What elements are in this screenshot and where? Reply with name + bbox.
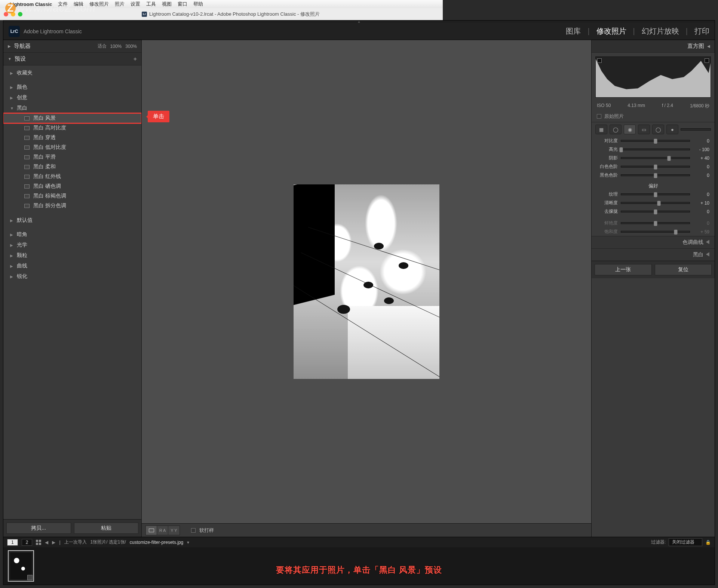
preset-item[interactable]: 黑白 棕褐色调 [3,191,141,201]
preset-thumb-icon [24,165,30,169]
menu-view[interactable]: 视图 [162,1,172,7]
navigator-header[interactable]: ▶ 导航器 适合 100% 300% [3,40,141,53]
zoom-300[interactable]: 300% [125,44,137,49]
zoom-fit[interactable]: 适合 [98,43,107,49]
minimize-window-button[interactable] [11,12,15,16]
menu-settings[interactable]: 设置 [131,1,140,7]
window-titlebar: Lr Lightroom Catalog-v10-2.lrcat - Adobe… [0,8,443,20]
preset-item[interactable]: 黑白 拆分色调 [3,201,141,211]
preset-thumb-icon [24,116,30,120]
photo-preview[interactable] [294,184,439,363]
preset-thumb-icon [24,194,30,198]
preset-group-vignette[interactable]: ▶暗角 [3,229,141,240]
app-shell: ▲ LrC Adobe Lightroom Classic 图库| 修改照片| … [3,20,443,363]
preset-item[interactable]: 黑白 穿透 [3,133,141,143]
preset-item[interactable]: 黑白 低对比度 [3,143,141,152]
preset-group-defaults[interactable]: ▶默认值 [3,215,141,226]
preset-group-color[interactable]: ▶颜色 [3,82,141,92]
menubar-app-name[interactable]: Lightroom Classic [10,1,52,7]
close-window-button[interactable] [4,12,8,16]
presets-header[interactable]: ▼ 预设 + [3,53,141,65]
left-panel: ▶ 导航器 适合 100% 300% ▼ 预设 + ▶收藏夹 ▶颜色 ▶创意 ▼… [3,40,142,363]
preset-group-creative[interactable]: ▶创意 [3,92,141,103]
preset-group-sharpen[interactable]: ▶锐化 [3,271,141,282]
menu-develop[interactable]: 修改照片 [89,1,109,7]
lrc-doc-icon: Lr [142,12,147,17]
preset-thumb-icon [24,146,30,150]
menu-edit[interactable]: 编辑 [74,1,83,7]
lrc-badge-icon: LrC [9,26,20,37]
zoom-100[interactable]: 100% [110,44,122,49]
preset-thumb-icon [24,175,30,179]
preset-item[interactable]: 黑白 红外线 [3,172,141,181]
preset-group-curve[interactable]: ▶曲线 [3,261,141,271]
add-preset-icon[interactable]: + [134,56,137,62]
preset-thumb-icon [24,136,30,140]
presets-body: ▶收藏夹 ▶颜色 ▶创意 ▼黑白 黑白 风景 黑白 高对比度 黑白 穿透 黑白 … [3,65,141,363]
menu-photo[interactable]: 照片 [115,1,125,7]
preset-item-bw-landscape[interactable]: 黑白 风景 [3,113,141,123]
brand-label: Adobe Lightroom Classic [24,28,82,34]
preset-item[interactable]: 黑白 硒色调 [3,181,141,191]
navigator-title: 导航器 [14,43,31,50]
menu-help[interactable]: 帮助 [193,1,203,7]
preset-thumb-icon [24,184,30,189]
zoom-window-button[interactable] [18,12,22,16]
preset-group-optics[interactable]: ▶光学 [3,240,141,250]
collapse-icon: ▶ [8,44,11,48]
preset-thumb-icon [24,155,30,159]
traffic-lights [4,12,22,16]
brand-bar: LrC Adobe Lightroom Classic 图库| 修改照片| 幻灯… [3,23,443,40]
preset-item[interactable]: 黑白 高对比度 [3,123,141,133]
preset-group-grain[interactable]: ▶颗粒 [3,250,141,261]
menu-file[interactable]: 文件 [58,1,68,7]
preset-thumb-icon [24,204,30,208]
preset-item[interactable]: 黑白 柔和 [3,162,141,172]
preset-group-bw[interactable]: ▼黑白 [3,103,141,113]
preset-group-favorites[interactable]: ▶收藏夹 [3,68,141,78]
menu-tools[interactable]: 工具 [146,1,156,7]
preset-item[interactable]: 黑白 平滑 [3,152,141,162]
canvas-area: R A Y Y 软打样 [142,40,443,363]
expand-icon: ▼ [8,57,12,61]
menu-window[interactable]: 窗口 [178,1,187,7]
click-callout: 单击 [148,111,169,122]
window-title: Lr Lightroom Catalog-v10-2.lrcat - Adobe… [22,11,439,18]
mac-menubar: Lightroom Classic 文件 编辑 修改照片 照片 设置 工具 视图… [0,0,443,8]
presets-title: 预设 [15,55,26,62]
preset-thumb-icon [24,126,30,130]
